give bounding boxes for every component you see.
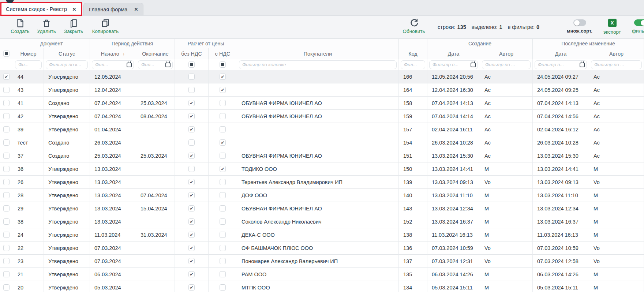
column-header-code[interactable]: Код xyxy=(399,48,427,59)
vat-checkbox[interactable] xyxy=(220,271,226,277)
table-row[interactable]: 22Утверждено07.03.2024ОФ БАШМАЧОК ПЛЮС О… xyxy=(0,242,644,255)
vat-checkbox[interactable] xyxy=(220,258,226,264)
no-vat-checkbox[interactable] xyxy=(188,153,195,159)
vat-checkbox[interactable] xyxy=(220,74,226,80)
row-select-checkbox[interactable] xyxy=(3,258,10,264)
vat-checkbox[interactable] xyxy=(220,205,226,211)
row-select-checkbox[interactable] xyxy=(3,113,10,119)
select-all-checkbox[interactable] xyxy=(3,50,10,57)
calendar-icon[interactable] xyxy=(580,63,585,67)
table-row[interactable]: 26Утверждено13.03.2024Терентьев Александ… xyxy=(0,176,644,189)
vat-checkbox[interactable] xyxy=(220,284,226,291)
vat-checkbox[interactable] xyxy=(220,126,226,132)
column-header-status[interactable]: Статус xyxy=(44,48,90,59)
table-row[interactable]: 43Утверждено12.04.202416412.04.2024 16:3… xyxy=(0,83,644,97)
tab-close-icon[interactable]: × xyxy=(72,6,76,12)
vat-checkbox[interactable] xyxy=(220,139,226,146)
table-row[interactable]: 23Утверждено07.03.2024Пономарев Александ… xyxy=(0,255,644,268)
filter-input-modified-author[interactable] xyxy=(591,60,642,69)
filter-no-vat-checkbox[interactable] xyxy=(188,61,195,68)
filter-toggle[interactable] xyxy=(634,19,644,26)
table-row[interactable]: 38Утверждено13.03.2024Соколов Александр … xyxy=(0,215,644,228)
column-header-no-vat[interactable]: без НДС xyxy=(175,48,209,59)
no-vat-checkbox[interactable] xyxy=(188,100,195,106)
copy-button[interactable]: Копировать xyxy=(90,18,121,34)
column-header-modified-author[interactable]: Автор xyxy=(589,48,644,59)
vat-checkbox[interactable] xyxy=(220,113,226,119)
no-vat-checkbox[interactable] xyxy=(188,87,195,93)
no-vat-checkbox[interactable] xyxy=(188,258,195,264)
column-header-buyers[interactable]: Покупатели xyxy=(237,48,399,59)
column-header-number[interactable]: Номер xyxy=(13,48,44,59)
row-select-checkbox[interactable] xyxy=(3,126,10,132)
close-button[interactable]: Закрыть xyxy=(62,18,85,34)
no-vat-checkbox[interactable] xyxy=(188,126,195,132)
row-select-checkbox[interactable] xyxy=(3,153,10,159)
no-vat-checkbox[interactable] xyxy=(188,205,195,211)
no-vat-checkbox[interactable] xyxy=(188,74,195,80)
row-select-checkbox[interactable] xyxy=(3,245,10,251)
row-select-checkbox[interactable] xyxy=(3,205,10,211)
vat-checkbox[interactable] xyxy=(220,218,226,225)
filter-input-number[interactable] xyxy=(15,60,42,69)
column-header-modified-date[interactable]: Дата xyxy=(533,48,589,59)
row-select-checkbox[interactable] xyxy=(3,271,10,277)
calendar-icon[interactable] xyxy=(471,63,476,67)
table-row[interactable]: 29Утверждено13.03.202415.04.2024ОБУВНАЯ … xyxy=(0,202,644,215)
filter-input-status[interactable] xyxy=(46,60,88,69)
vat-checkbox[interactable] xyxy=(220,166,226,172)
no-vat-checkbox[interactable] xyxy=(188,113,195,119)
table-row[interactable]: 42Утверждено07.04.202408.04.2024ОБУВНАЯ … xyxy=(0,110,644,123)
row-select-checkbox[interactable] xyxy=(3,100,10,106)
vat-checkbox[interactable] xyxy=(220,245,226,251)
delete-button[interactable]: Удалить xyxy=(35,18,58,34)
filter-input-created-author[interactable] xyxy=(482,60,531,69)
row-select-checkbox[interactable] xyxy=(3,284,10,291)
create-button[interactable]: Создать xyxy=(9,18,31,34)
row-select-checkbox[interactable] xyxy=(3,74,10,80)
table-row[interactable]: 36Утверждено13.03.2024ТОДИКО ООО15013.03… xyxy=(0,162,644,176)
row-select-checkbox[interactable] xyxy=(3,139,10,146)
calendar-icon[interactable] xyxy=(127,63,132,67)
no-vat-checkbox[interactable] xyxy=(188,192,195,198)
column-header-vat[interactable]: с НДС xyxy=(209,48,237,59)
table-row[interactable]: 37Создано25.03.202425.03.2024ОБУВНАЯ ФИР… xyxy=(0,149,644,162)
table-row[interactable]: 24Утверждено11.03.202431.03.2024ДЕКА-С О… xyxy=(0,228,644,242)
row-select-checkbox[interactable] xyxy=(3,166,10,172)
table-row[interactable]: 28Утверждено13.03.202407.04.2024ДОФ ООО1… xyxy=(0,189,644,202)
multisort-toggle[interactable] xyxy=(573,19,586,26)
vat-checkbox[interactable] xyxy=(220,153,226,159)
refresh-button[interactable]: Обновить xyxy=(400,18,428,34)
column-header-end-date[interactable]: Окончание xyxy=(136,48,175,59)
row-select-checkbox[interactable] xyxy=(3,179,10,185)
no-vat-checkbox[interactable] xyxy=(188,218,195,225)
export-button[interactable]: X экспорт xyxy=(602,19,622,35)
filter-input-code[interactable] xyxy=(401,60,425,69)
row-select-checkbox[interactable] xyxy=(3,192,10,198)
filter-input-buyers[interactable] xyxy=(239,60,397,69)
row-select-checkbox[interactable] xyxy=(3,87,10,93)
no-vat-checkbox[interactable] xyxy=(188,179,195,185)
filter-vat-checkbox[interactable] xyxy=(220,61,226,68)
no-vat-checkbox[interactable] xyxy=(188,284,195,291)
vat-checkbox[interactable] xyxy=(220,100,226,106)
calendar-icon[interactable] xyxy=(165,63,171,67)
no-vat-checkbox[interactable] xyxy=(188,245,195,251)
table-row[interactable]: 21Утверждено06.03.2024РАМ ООО13506.03.20… xyxy=(0,268,644,281)
vat-checkbox[interactable] xyxy=(220,179,226,185)
vat-checkbox[interactable] xyxy=(220,192,226,198)
column-header-created-date[interactable]: Дата xyxy=(427,48,480,59)
no-vat-checkbox[interactable] xyxy=(188,166,195,172)
tab-close-icon[interactable]: × xyxy=(134,6,138,12)
column-header-start-date[interactable]: Начало↓ xyxy=(90,48,136,59)
row-select-checkbox[interactable] xyxy=(3,218,10,225)
vat-checkbox[interactable] xyxy=(220,87,226,93)
no-vat-checkbox[interactable] xyxy=(188,271,195,277)
table-row[interactable]: тестСоздано26.03.202415426.03.2024 10:28… xyxy=(0,136,644,149)
table-row[interactable]: 41Создано07.04.202425.03.2024ОБУВНАЯ ФИР… xyxy=(0,97,644,110)
tab-main-form[interactable]: Главная форма × xyxy=(83,3,143,15)
table-row[interactable]: 39Утверждено01.04.202415702.04.2024 16:1… xyxy=(0,123,644,136)
vat-checkbox[interactable] xyxy=(220,232,226,238)
tab-discount-system-registry[interactable]: Система скидок - Реестр × xyxy=(1,3,81,15)
column-header-created-author[interactable]: Автор xyxy=(480,48,533,59)
